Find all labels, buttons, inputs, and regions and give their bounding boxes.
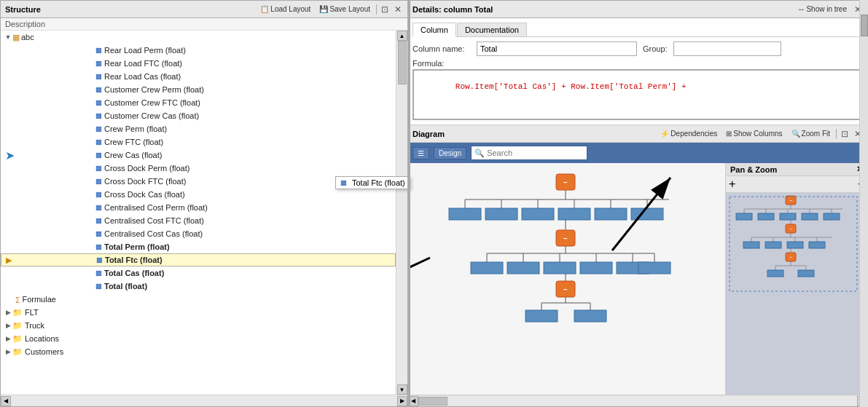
formula-editor[interactable]: Row.Item['Total Cas'] + Row.Item['Total …	[413, 69, 863, 120]
svg-rect-15	[631, 208, 663, 220]
list-item[interactable]: ▦ Cross Dock Cas (float)	[1, 188, 396, 201]
right-panel-title: Details: column Total	[413, 5, 493, 14]
dependencies-icon: ⚡	[660, 130, 669, 138]
column-name-label: Column name:	[413, 44, 471, 53]
header-sep	[376, 4, 377, 15]
truck-folder-item[interactable]: ▶ 📁 Truck	[1, 319, 396, 332]
list-item[interactable]: ▦ Customer Crew FTC (float)	[1, 96, 396, 109]
truck-expand-arrow[interactable]: ▶	[4, 322, 12, 329]
col-icon: ▦	[95, 230, 102, 237]
formula-icon: ∑	[15, 296, 20, 303]
left-panel-title: Structure	[5, 5, 41, 14]
pan-zoom-controls: + −	[726, 176, 867, 193]
diagram-hscrollbar[interactable]: ◀ ▶	[408, 395, 867, 406]
col-icon: ▦	[95, 178, 102, 185]
flt-expand-arrow[interactable]: ▶	[4, 309, 12, 316]
diagram-menu-button[interactable]: ☰	[413, 147, 429, 159]
flt-folder-item[interactable]: ▶ 📁 FLT	[1, 306, 396, 319]
svg-rect-24	[507, 262, 539, 274]
scroll-down-button[interactable]: ▼	[397, 384, 407, 395]
list-item[interactable]: ▦ Rear Load Cas (float)	[1, 70, 396, 83]
customers-folder-item[interactable]: ▶ 📁 Customers	[1, 345, 396, 358]
pin-icon[interactable]: ⊡	[380, 4, 390, 15]
list-item[interactable]: ▦ Customer Crew Cas (float)	[1, 109, 396, 122]
hscroll-track	[11, 396, 397, 406]
diag-sep	[836, 129, 837, 139]
pan-zoom-content[interactable]: −	[726, 193, 867, 395]
panel-resize-handle[interactable]	[407, 0, 410, 407]
col-icon: ▦	[95, 204, 102, 211]
col-icon: ▦	[95, 125, 102, 133]
show-in-tree-icon: ↔	[797, 5, 805, 13]
customers-expand-arrow[interactable]: ▶	[4, 348, 12, 355]
close-left-panel-button[interactable]: ✕	[393, 4, 403, 15]
tree-hscrollbar[interactable]: ◀ ▶	[1, 395, 407, 406]
formulae-item[interactable]: ∑ Formulae	[1, 293, 396, 306]
pan-zoom-plus-button[interactable]: +	[729, 178, 735, 191]
show-columns-button[interactable]: ⊞ Show Columns	[723, 129, 785, 138]
pin-diagram-icon[interactable]: ⊡	[840, 129, 850, 139]
formula-label-row: Formula:	[413, 59, 863, 68]
list-item[interactable]: ▦ Rear Load FTC (float)	[1, 57, 396, 70]
details-section: Column Documentation Column name: Group:…	[408, 18, 867, 125]
list-item[interactable]: ▦ Total Perm (float)	[1, 240, 396, 253]
tree-scrollbar[interactable]: ▲ ▼	[396, 31, 407, 395]
scroll-thumb[interactable]	[398, 41, 407, 84]
dependencies-button[interactable]: ⚡ Dependencies	[657, 129, 720, 138]
show-columns-icon: ⊞	[726, 130, 732, 138]
column-name-input[interactable]	[477, 42, 637, 56]
list-item[interactable]: ▦ Centralised Cost Perm (float)	[1, 201, 396, 214]
list-item[interactable]: ▦ Crew Perm (float)	[1, 122, 396, 135]
diagram-toolbar: ☰ Design 🔍	[408, 143, 867, 163]
selected-tree-item[interactable]: ▶ ▦ Total Ftc (float)	[1, 253, 396, 266]
root-expand-arrow[interactable]: ▼	[4, 33, 12, 41]
load-layout-button[interactable]: 📋 Load Layout	[257, 4, 313, 14]
col-icon: ▦	[96, 256, 103, 264]
right-header-actions: ↔ Show in tree ✕	[794, 4, 863, 15]
hscroll-left-button[interactable]: ◀	[1, 396, 11, 406]
pan-zoom-scrollbar[interactable]	[859, 163, 867, 395]
list-item[interactable]: ▦ Total Cas (float)	[1, 266, 396, 280]
column-name-row: Column name: Group:	[413, 42, 863, 56]
locations-folder-item[interactable]: ▶ 📁 Locations	[1, 332, 396, 345]
diagram-main[interactable]: −	[408, 163, 725, 395]
list-item[interactable]: ▦ Centralised Cost Cas (float)	[1, 227, 396, 240]
list-item[interactable]: ▦ Crew FTC (float)	[1, 135, 396, 149]
show-in-tree-button[interactable]: ↔ Show in tree	[794, 4, 850, 14]
tree-root[interactable]: ▼ ▦ abc	[1, 31, 396, 44]
svg-rect-51	[758, 213, 774, 220]
diag-hscroll-thumb[interactable]	[418, 397, 447, 406]
svg-rect-41	[574, 310, 606, 322]
tab-documentation[interactable]: Documentation	[457, 23, 527, 36]
list-item[interactable]: ➤ ▦ Crew Cas (float)	[1, 149, 396, 162]
tab-column[interactable]: Column	[413, 23, 456, 37]
diagram-section: Diagram ⚡ Dependencies ⊞ Show Columns 🔍 …	[408, 125, 867, 406]
search-input[interactable]	[487, 149, 560, 157]
diagram-content-wrapper: −	[408, 163, 867, 395]
zoom-fit-button[interactable]: 🔍 Zoom Fit	[789, 129, 833, 138]
list-item[interactable]: ▦ Centralised Cost FTC (float)	[1, 214, 396, 227]
col-icon: ▦	[95, 269, 102, 277]
diagram-svg: −	[429, 170, 705, 301]
tree-scroll-container[interactable]: ▼ ▦ abc ▦ Rear Load Perm (float) ▦ Rear …	[1, 31, 396, 395]
hscroll-right-button[interactable]: ▶	[397, 396, 407, 406]
list-item[interactable]: ▦ Cross Dock Perm (float)	[1, 162, 396, 175]
save-layout-button[interactable]: 💾 Save Layout	[316, 4, 373, 14]
scroll-up-button[interactable]: ▲	[397, 31, 407, 41]
svg-rect-32	[638, 262, 670, 274]
list-item[interactable]: ▦ Customer Crew Perm (float)	[1, 83, 396, 96]
drag-tooltip-label: Total Ftc (float)	[352, 178, 405, 187]
svg-rect-68	[787, 242, 803, 248]
formula-text: Row.Item['Total Cas'] + Row.Item['Total …	[455, 82, 687, 91]
col-icon: ▦	[95, 282, 102, 290]
root-icon: ▦	[12, 33, 20, 42]
design-button[interactable]: Design	[434, 147, 466, 159]
locations-folder-icon: 📁	[12, 334, 23, 344]
svg-rect-9	[522, 208, 554, 220]
col-icon: ▦	[95, 86, 102, 93]
locations-expand-arrow[interactable]: ▶	[4, 335, 12, 342]
list-item[interactable]: ▦ Rear Load Perm (float)	[1, 44, 396, 57]
list-item[interactable]: ▦ Total (float)	[1, 280, 396, 293]
svg-text:−: −	[789, 226, 792, 232]
group-input[interactable]	[673, 42, 781, 56]
